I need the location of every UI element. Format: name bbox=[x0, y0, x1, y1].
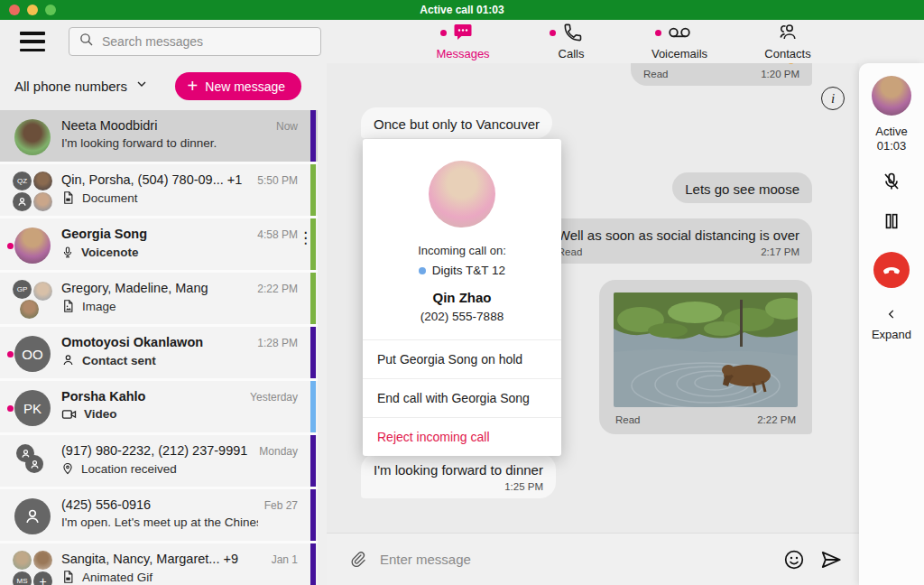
tab-contacts[interactable]: Contacts bbox=[738, 22, 837, 60]
navbar: MessagesCallsVoicemailsContacts bbox=[0, 20, 924, 63]
conversation-item[interactable]: QZQin, Porsha, (504) 780-09... +1Documen… bbox=[0, 164, 318, 218]
end-call-button[interactable] bbox=[873, 252, 910, 288]
conversation-info: Omotoyosi OkanlawonContact sent bbox=[61, 335, 258, 367]
unread-dot bbox=[7, 405, 14, 412]
message-bubble[interactable]: I'm looking forward to dinner1:25 PM bbox=[361, 453, 556, 498]
conversation-preview: Contact sent bbox=[61, 353, 258, 367]
message-bubble[interactable]: Lets go see moose bbox=[672, 172, 812, 203]
conversation-item[interactable]: OOOmotoyosi OkanlawonContact sent1:28 PM bbox=[0, 327, 318, 381]
conversation-name: Omotoyosi Okanlawon bbox=[61, 335, 258, 349]
conversation-preview: I'm looking forward to dinner. bbox=[61, 136, 258, 150]
conversation-info: Sangita, Nancy, Margaret... +9Animated G… bbox=[61, 552, 258, 584]
conversation-preview: Animated Gif bbox=[61, 570, 258, 584]
avatar bbox=[33, 192, 52, 211]
avatar-group: QZ bbox=[13, 172, 52, 211]
active-call-avatar bbox=[872, 76, 911, 116]
info-icon[interactable]: i bbox=[821, 87, 845, 110]
zoom-button[interactable] bbox=[45, 5, 56, 15]
line-color-stripe bbox=[310, 327, 316, 378]
search-input[interactable] bbox=[102, 34, 311, 49]
avatar bbox=[20, 300, 39, 319]
close-button[interactable] bbox=[9, 5, 20, 15]
message-bubble[interactable]: Once but only to Vancouver bbox=[361, 107, 552, 138]
line-color-stripe bbox=[310, 489, 316, 541]
conversation-info: Georgia SongVoicenote bbox=[61, 227, 258, 260]
location-icon bbox=[61, 461, 74, 476]
caller-avatar bbox=[429, 161, 495, 228]
tab-voicemails[interactable]: Voicemails bbox=[630, 22, 729, 60]
conversation-name: (425) 556-0916 bbox=[61, 497, 258, 512]
message-meta: Read2:22 PM bbox=[614, 414, 798, 427]
line-color-stripe bbox=[310, 164, 316, 216]
phone-number-filter-label: All phone numbers bbox=[14, 79, 127, 94]
conversation-time: 4:58 PM bbox=[257, 228, 298, 241]
avatar-initials: QZ bbox=[13, 172, 32, 190]
conversation-preview: Video bbox=[61, 407, 258, 421]
conversation-list: Neeta MoodbidriI'm looking forward to di… bbox=[0, 110, 327, 585]
message-input[interactable] bbox=[380, 552, 771, 567]
conversation-item[interactable]: Georgia SongVoicenote4:58 PM⋮ bbox=[0, 218, 318, 273]
new-message-button[interactable]: + New message bbox=[175, 72, 301, 100]
conversation-item[interactable]: (425) 556-0916I'm open. Let's meet up at… bbox=[0, 489, 318, 543]
conversation-preview: I'm open. Let's meet up at the Chinese p… bbox=[61, 515, 258, 529]
conversation-time: 1:28 PM bbox=[257, 337, 298, 349]
message-bubble[interactable]: Ever been to Canada? 😉Read1:20 PM bbox=[631, 63, 812, 86]
menu-button[interactable] bbox=[20, 32, 45, 51]
conversation-item[interactable]: (917) 980-2232, (212) 237-9991Location r… bbox=[0, 435, 318, 489]
message-text: Lets go see moose bbox=[685, 181, 799, 197]
tab-label: Messages bbox=[413, 47, 513, 60]
message-bubble[interactable]: Read2:22 PM bbox=[599, 280, 812, 434]
conversation-time: Monday bbox=[259, 445, 298, 458]
avatar bbox=[33, 551, 52, 570]
tab-messages[interactable]: Messages bbox=[413, 22, 513, 60]
avatar bbox=[13, 551, 32, 570]
incoming-message: I'm looking forward to dinner1:25 PM bbox=[361, 453, 812, 498]
call-status: Active 01:03 bbox=[875, 125, 907, 153]
chevron-left-icon bbox=[885, 308, 898, 320]
message-time: 1:25 PM bbox=[504, 481, 543, 492]
attach-icon[interactable] bbox=[346, 548, 369, 571]
expand-button[interactable]: Expand bbox=[872, 308, 911, 341]
video-icon bbox=[61, 408, 77, 421]
voicemail-icon bbox=[666, 22, 693, 43]
dialog-action-put-georgia-song-on-hold[interactable]: Put Georgia Song on hold bbox=[363, 339, 561, 378]
overflow-menu-icon[interactable]: ⋮ bbox=[298, 235, 307, 242]
preview-text: Video bbox=[84, 407, 117, 421]
read-receipt: Read bbox=[615, 414, 641, 425]
conversation-item[interactable]: MS+Sangita, Nancy, Margaret... +9Animate… bbox=[0, 543, 318, 585]
active-call-panel: Active 01:03 Expand bbox=[859, 63, 924, 585]
search-box[interactable] bbox=[69, 27, 321, 56]
line-color-stripe bbox=[310, 543, 316, 585]
chevron-down-icon bbox=[134, 77, 149, 95]
avatar-initials: PK bbox=[14, 390, 51, 426]
messages-icon bbox=[451, 22, 475, 43]
line-dot-icon bbox=[419, 267, 426, 274]
calls-icon bbox=[560, 22, 582, 43]
phone-number-filter[interactable]: All phone numbers bbox=[14, 77, 149, 95]
conversation-name: Neeta Moodbidri bbox=[61, 118, 258, 133]
tab-calls[interactable]: Calls bbox=[522, 22, 621, 60]
message-meta: Read2:17 PM bbox=[558, 246, 799, 257]
person-icon bbox=[61, 353, 75, 367]
dialog-action-end-call-with-georgia-song[interactable]: End call with Georgia Song bbox=[363, 378, 561, 417]
line-color-stripe bbox=[310, 435, 316, 487]
document-icon bbox=[61, 190, 75, 205]
line-color-stripe bbox=[310, 381, 316, 432]
hold-pause-icon[interactable] bbox=[882, 210, 901, 232]
person-avatar-icon bbox=[14, 498, 51, 534]
dialog-action-reject-incoming-call[interactable]: Reject incoming call bbox=[363, 417, 561, 456]
conversation-item[interactable]: Neeta MoodbidriI'm looking forward to di… bbox=[0, 110, 318, 164]
minimize-button[interactable] bbox=[27, 5, 38, 15]
conversation-item[interactable]: PKPorsha KahloVideoYesterday bbox=[0, 381, 318, 435]
conversation-time: 2:22 PM bbox=[257, 283, 298, 295]
message-bubble[interactable]: Well as soon as social distancing is ove… bbox=[545, 218, 812, 264]
preview-text: Animated Gif bbox=[82, 571, 152, 584]
mute-muted-icon[interactable] bbox=[881, 171, 902, 192]
active-call-banner: Active call 01:03 bbox=[420, 4, 504, 16]
moose-photo[interactable] bbox=[614, 292, 798, 407]
emoji-icon[interactable] bbox=[781, 547, 807, 572]
outgoing-message: Ever been to Canada? 😉Read1:20 PM bbox=[361, 63, 812, 86]
conversation-item[interactable]: GPGregory, Madeline, MangImage2:22 PM bbox=[0, 273, 318, 327]
send-icon[interactable] bbox=[818, 546, 845, 573]
conversation-preview: Location received bbox=[61, 461, 258, 476]
